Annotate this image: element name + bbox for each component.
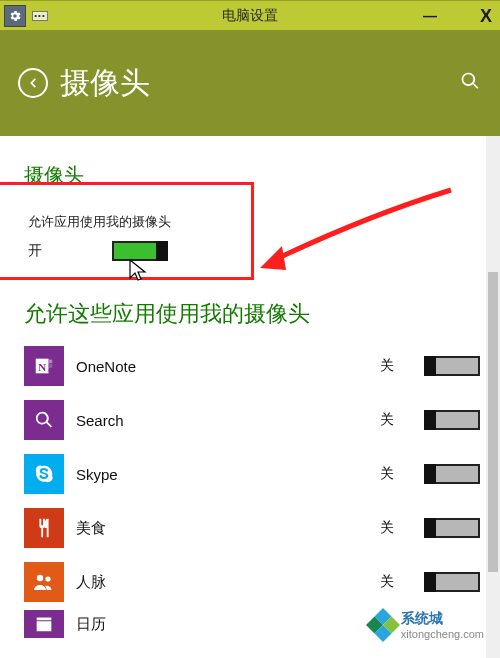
scrollbar-thumb[interactable] xyxy=(488,272,498,572)
master-toggle-label: 允许应用使用我的摄像头 xyxy=(28,213,476,231)
app-state: 关 xyxy=(370,519,404,537)
content-area: 摄像头 允许应用使用我的摄像头 开 允许这些应用使用我的摄像头 N OneNot… xyxy=(0,136,500,658)
svg-text:N: N xyxy=(38,361,46,373)
app-state: 关 xyxy=(370,411,404,429)
svg-rect-5 xyxy=(49,369,53,373)
food-icon xyxy=(24,508,64,548)
app-row-people: 人脉 关 xyxy=(24,555,480,609)
search-app-icon xyxy=(24,400,64,440)
app-name: 美食 xyxy=(76,519,370,538)
close-button[interactable]: X xyxy=(472,5,500,27)
skype-icon xyxy=(24,454,64,494)
master-toggle-block: 允许应用使用我的摄像头 开 xyxy=(24,207,480,277)
page-header: 摄像头 xyxy=(0,30,500,136)
app-toggle[interactable] xyxy=(424,464,480,484)
onenote-icon: N xyxy=(24,346,64,386)
svg-rect-3 xyxy=(49,360,53,364)
title-bar: ••• 电脑设置 — X xyxy=(0,0,500,30)
window-buttons: — X xyxy=(416,1,500,31)
app-list: N OneNote 关 Search 关 Skype 关 xyxy=(24,339,480,639)
master-toggle-state: 开 xyxy=(28,242,42,260)
app-name: Search xyxy=(76,412,370,429)
app-state: 关 xyxy=(370,465,404,483)
svg-point-7 xyxy=(45,576,50,581)
master-toggle[interactable] xyxy=(112,241,168,261)
calendar-icon xyxy=(24,610,64,638)
app-row-search: Search 关 xyxy=(24,393,480,447)
app-name: 人脉 xyxy=(76,573,370,592)
svg-rect-4 xyxy=(49,364,53,368)
app-state: 关 xyxy=(370,357,404,375)
app-name: OneNote xyxy=(76,358,370,375)
section-heading-camera: 摄像头 xyxy=(24,162,480,189)
app-toggle[interactable] xyxy=(424,518,480,538)
page-title: 摄像头 xyxy=(60,63,150,104)
app-toggle[interactable] xyxy=(424,356,480,376)
back-button[interactable] xyxy=(18,68,48,98)
app-row-onenote: N OneNote 关 xyxy=(24,339,480,393)
search-icon[interactable] xyxy=(460,71,480,95)
people-icon xyxy=(24,562,64,602)
minimize-button[interactable]: — xyxy=(416,5,444,27)
app-toggle[interactable] xyxy=(424,410,480,430)
svg-point-6 xyxy=(37,575,43,581)
app-name: Skype xyxy=(76,466,370,483)
app-row-food: 美食 关 xyxy=(24,501,480,555)
app-state: 关 xyxy=(370,573,404,591)
app-row-skype: Skype 关 xyxy=(24,447,480,501)
maximize-button[interactable] xyxy=(444,5,472,27)
section-heading-apps: 允许这些应用使用我的摄像头 xyxy=(24,299,480,329)
app-row-calendar: 日历 xyxy=(24,609,480,639)
vertical-scrollbar[interactable] xyxy=(486,136,500,658)
app-toggle[interactable] xyxy=(424,572,480,592)
app-name: 日历 xyxy=(76,615,370,634)
